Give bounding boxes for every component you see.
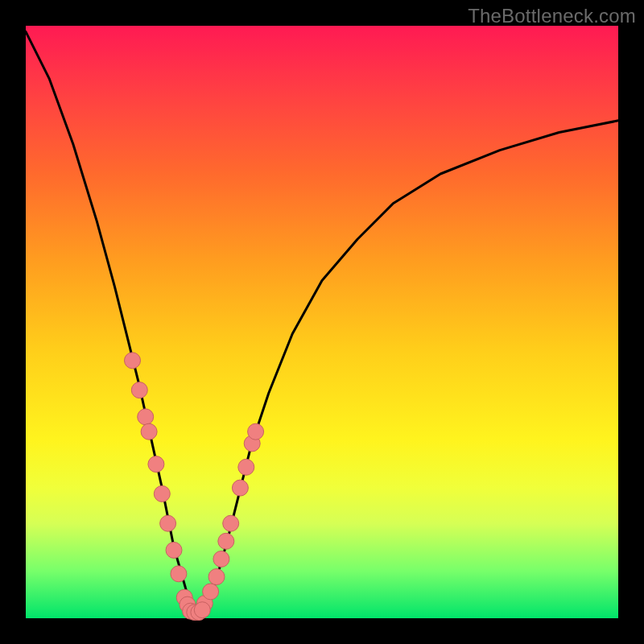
marker-right xyxy=(232,480,248,496)
marker-left xyxy=(138,409,154,425)
marker-group xyxy=(125,353,264,621)
marker-left xyxy=(131,382,147,398)
marker-right xyxy=(238,459,254,475)
marker-left xyxy=(154,485,170,502)
marker-right xyxy=(218,533,234,549)
chart-frame: TheBottleneck.com xyxy=(0,0,644,644)
watermark-text: TheBottleneck.com xyxy=(468,5,636,27)
marker-left xyxy=(148,456,164,473)
marker-left xyxy=(171,566,187,582)
marker-left xyxy=(141,423,157,440)
marker-right xyxy=(223,515,239,531)
marker-right xyxy=(248,423,264,440)
curve-svg xyxy=(26,26,618,618)
marker-valley xyxy=(194,602,210,618)
marker-right xyxy=(213,551,229,567)
marker-right xyxy=(203,584,219,600)
marker-left xyxy=(166,542,182,558)
plot-area xyxy=(26,26,618,618)
marker-left xyxy=(160,515,176,531)
marker-left xyxy=(125,353,141,369)
marker-right xyxy=(208,569,225,585)
bottleneck-curve xyxy=(26,31,618,612)
